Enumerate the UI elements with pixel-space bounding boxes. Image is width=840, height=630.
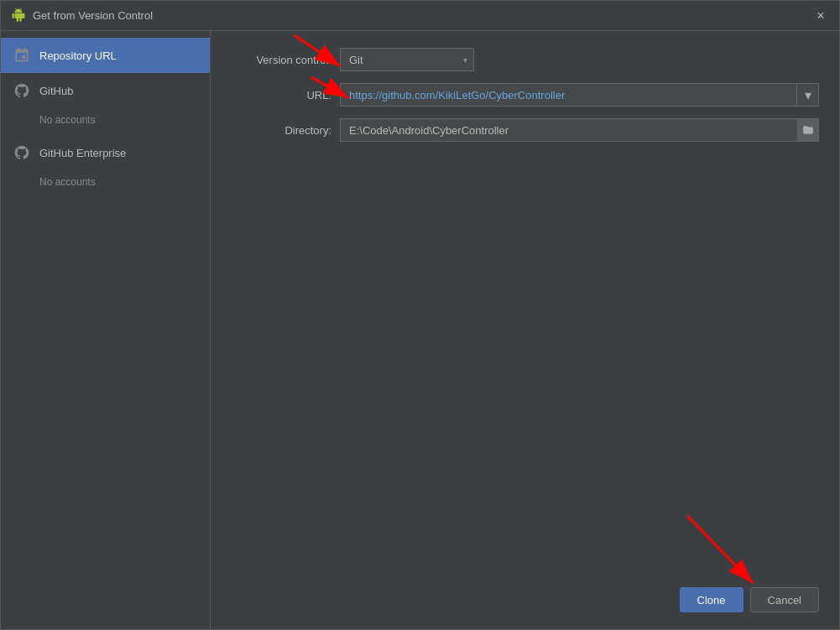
version-control-select[interactable]: Git Mercurial Subversion (340, 48, 474, 71)
url-input-wrapper: ▾ (340, 83, 819, 107)
title-bar: Get from Version Control × (1, 1, 839, 31)
version-control-wrapper: Git Mercurial Subversion ▾ (340, 48, 819, 71)
sidebar-item-repository-url[interactable]: Repository URL (1, 38, 210, 73)
github-enterprise-no-accounts: No accounts (39, 176, 96, 188)
close-button[interactable]: × (812, 8, 829, 24)
content-area: Repository URL GitHub No accounts (1, 31, 839, 629)
url-row: URL: ▾ (231, 83, 819, 107)
url-chevron-icon: ▾ (805, 87, 811, 103)
directory-row: Directory: (231, 118, 819, 142)
directory-input[interactable] (340, 118, 819, 142)
sidebar-item-github[interactable]: GitHub (1, 73, 210, 108)
clone-button[interactable]: Clone (680, 587, 743, 612)
sidebar-item-repository-url-label: Repository URL (39, 49, 117, 62)
android-icon (11, 8, 26, 23)
github-sub-item: No accounts (1, 108, 210, 135)
github-enterprise-icon (13, 143, 31, 162)
github-no-accounts: No accounts (39, 114, 96, 126)
dialog: Get from Version Control × Repository UR… (0, 0, 840, 630)
directory-label: Directory: (231, 124, 340, 137)
url-dropdown-button[interactable]: ▾ (797, 83, 819, 107)
folder-icon (802, 124, 814, 136)
directory-input-wrapper (340, 118, 819, 142)
version-control-dropdown-wrapper: Git Mercurial Subversion ▾ (340, 48, 474, 71)
url-input[interactable] (340, 83, 797, 107)
version-control-row: Version control: Git Mercurial Subversio… (231, 48, 819, 71)
url-label: URL: (231, 89, 340, 102)
version-control-label: Version control: (231, 54, 340, 66)
sidebar: Repository URL GitHub No accounts (1, 31, 211, 629)
title-bar-text: Get from Version Control (33, 9, 812, 22)
directory-control-wrapper (340, 118, 819, 142)
sidebar-item-github-enterprise-label: GitHub Enterprise (39, 147, 126, 159)
url-control-wrapper: ▾ (340, 83, 819, 107)
vcs-icon (13, 46, 31, 65)
sidebar-item-github-label: GitHub (39, 85, 73, 97)
directory-browse-button[interactable] (797, 118, 819, 142)
main-form-area: Version control: Git Mercurial Subversio… (211, 31, 839, 629)
sidebar-item-github-enterprise[interactable]: GitHub Enterprise (1, 135, 210, 170)
cancel-button[interactable]: Cancel (750, 587, 819, 612)
github-enterprise-sub-item: No accounts (1, 170, 210, 197)
button-row: Clone Cancel (231, 570, 819, 612)
github-icon (13, 81, 31, 100)
